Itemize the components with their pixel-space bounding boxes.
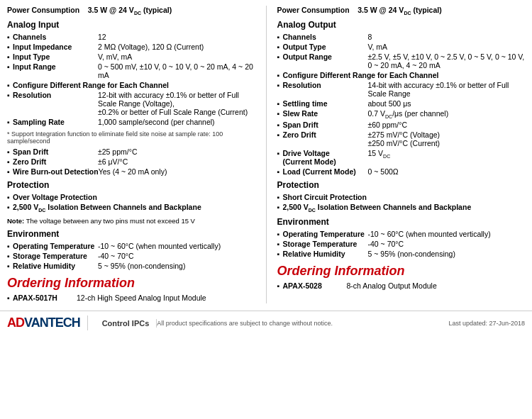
logo-vantech: VANTECH [24,315,80,330]
spec-input-type: Input Type V, mV, mA [7,52,255,61]
spec-channels: Channels 12 [7,33,255,41]
right-protection-title: Protection [277,180,526,190]
spec-label: Operating Temperature [13,242,98,250]
analog-output-title: Analog Output [277,20,526,30]
spec-value: 8 [368,33,526,41]
spec-configure: Configure Different Range for Each Chann… [7,81,255,89]
protection-label: Short Circuit Protection [283,193,367,201]
spec-value: V, mV, mA [98,52,255,61]
spec-value: 12 [98,33,255,41]
spec-span-drift: Span Drift ±25 ppm/°C [7,147,255,156]
protection-item-2: 2,500 VDC Isolation Between Channels and… [7,203,255,213]
spec-label: Output Type [283,43,368,51]
left-power-consumption: Power Consumption 3.5 W @ 24 VDC (typica… [7,6,255,16]
spec-value: 1,000 sample/second (per channel) [98,118,255,126]
spec-value: ±2.5 V, ±5 V, ±10 V, 0 ~ 2.5 V, 0 ~ 5 V,… [368,52,526,69]
spec-label: Storage Temperature [283,240,368,248]
spec-label: Settling time [283,99,368,108]
spec-value: 15 VDC [368,149,526,166]
out-spec-slew-rate: Slew Rate 0.7 VDC/μs (per channel) [277,109,526,119]
spec-label: Wire Burn-out Detection [13,167,99,176]
spec-value: 5 ~ 95% (non-condensing) [98,262,255,270]
spec-input-range: Input Range 0 ~ 500 mV, ±10 V, 0 ~ 10 V,… [7,62,255,79]
spec-label: Input Range [13,62,98,79]
order-code: APAX-5017H [13,294,77,302]
order-item-1: APAX-5017H 12-ch High Speed Analog Input… [7,294,255,302]
left-protection-list: Over Voltage Protection 2,500 VDC Isolat… [7,193,255,213]
logo-ad: AD [7,315,24,330]
protection-note: Note: The voltage between any two pins m… [7,217,255,225]
out-spec-settling: Settling time about 500 μs [277,99,526,108]
spec-label: Operating Temperature [283,230,368,238]
env-operating-temp: Operating Temperature -10 ~ 60°C (when m… [7,242,255,250]
protection-label: 2,500 VDC Isolation Between Channels and… [13,203,201,213]
protection-label: Over Voltage Protection [13,193,97,201]
spec-label: Zero Drift [13,157,98,166]
right-environment-title: Environment [277,217,526,227]
footer-tagline: Control IPCs [95,319,157,328]
left-protection-title: Protection [7,180,255,190]
left-column: Power Consumption 3.5 W @ 24 VDC (typica… [7,6,255,303]
right-protection-list: Short Circuit Protection 2,500 VDC Isola… [277,193,526,213]
spec-label: Channels [13,33,98,41]
spec-value: 0.7 VDC/μs (per channel) [368,109,526,119]
spec-label: Span Drift [283,121,368,129]
spec-value: ±25 ppm/°C [98,147,255,156]
spec-value: 0 ~ 500 mV, ±10 V, 0 ~ 10 V, 0 ~ 20 mA, … [98,62,255,79]
env-humidity: Relative Humidity 5 ~ 95% (non-condensin… [7,262,255,270]
left-environment-specs: Operating Temperature -10 ~ 60°C (when m… [7,242,255,270]
spec-label: Configure Different Range for Each Chann… [283,71,439,79]
right-column: Power Consumption 3.5 W @ 24 VDC (typica… [277,6,526,303]
out-spec-load: Load (Current Mode) 0 ~ 500Ω [277,167,526,176]
left-environment-title: Environment [7,229,255,239]
analog-input-title: Analog Input [7,20,255,30]
spec-value: Yes (4 ~ 20 mA only) [99,167,255,176]
spec-value: 2 MΩ (Voltage), 120 Ω (Current) [98,43,255,51]
spec-value: V, mA [368,43,526,51]
spec-value: ±275 mV/°C (Voltage)±250 mV/°C (Current) [368,130,526,147]
right-ordering-list: APAX-5028 8-ch Analog Output Module [277,281,526,290]
spec-label: Channels [283,33,368,41]
right-ordering-title: Ordering Information [277,264,526,279]
spec-label: Zero Drift [283,130,368,147]
out-spec-span-drift: Span Drift ±60 ppm/°C [277,121,526,129]
right-protection-item-1: Short Circuit Protection [277,193,526,201]
spec-value: -40 ~ 70°C [368,240,526,248]
spec-label: Relative Humidity [13,262,98,270]
footer-date: Last updated: 27-Jun-2018 [448,320,525,327]
spec-label: Output Range [283,52,368,69]
right-power-value: 3.5 W @ 24 VDC (typical) [358,6,441,14]
out-spec-output-range: Output Range ±2.5 V, ±5 V, ±10 V, 0 ~ 2.… [277,52,526,69]
footer-logo: ADVANTECH [7,315,88,330]
spec-label: Input Type [13,52,98,61]
analog-input-specs2: Span Drift ±25 ppm/°C Zero Drift ±6 μV/°… [7,147,255,176]
left-power-label: Power Consumption [7,6,79,14]
spec-resolution: Resolution 12-bit with accuracy ±0.1% or… [7,91,255,116]
env-storage-temp: Storage Temperature -40 ~ 70°C [7,252,255,260]
spec-label: Sampling Rate [13,118,98,126]
left-power-value: 3.5 W @ 24 VDC (typical) [88,6,172,14]
right-env-operating-temp: Operating Temperature -10 ~ 60°C (when m… [277,230,526,238]
spec-label: Span Drift [13,147,98,156]
spec-wire-burnout: Wire Burn-out Detection Yes (4 ~ 20 mA o… [7,167,255,176]
spec-label: Relative Humidity [283,250,368,258]
spec-label: Slew Rate [283,109,368,119]
spec-zero-drift: Zero Drift ±6 μV/°C [7,157,255,166]
order-desc: 12-ch High Speed Analog Input Module [77,294,206,302]
sampling-note: * Support Integration function to elimin… [7,130,255,145]
out-spec-channels: Channels 8 [277,33,526,41]
out-spec-output-type: Output Type V, mA [277,43,526,51]
out-spec-drive-voltage: Drive Voltage(Current Mode) 15 VDC [277,149,526,166]
right-protection-item-2: 2,500 VDC Isolation Between Channels and… [277,203,526,213]
footer-notice: All product specifications are subject t… [157,320,448,327]
spec-label: Resolution [283,81,368,98]
spec-value: -10 ~ 60°C (when mounted vertically) [98,242,255,250]
left-ordering-list: APAX-5017H 12-ch High Speed Analog Input… [7,294,255,302]
analog-input-specs: Channels 12 Input Impedance 2 MΩ (Voltag… [7,33,255,126]
protection-item-1: Over Voltage Protection [7,193,255,201]
spec-value: -40 ~ 70°C [98,252,255,260]
protection-label: 2,500 VDC Isolation Between Channels and… [283,203,472,213]
spec-value: 14-bit with accuracy ±0.1% or better of … [368,81,526,98]
spec-value: -10 ~ 60°C (when mounted vertically) [368,230,526,238]
spec-label: Resolution [13,91,98,116]
